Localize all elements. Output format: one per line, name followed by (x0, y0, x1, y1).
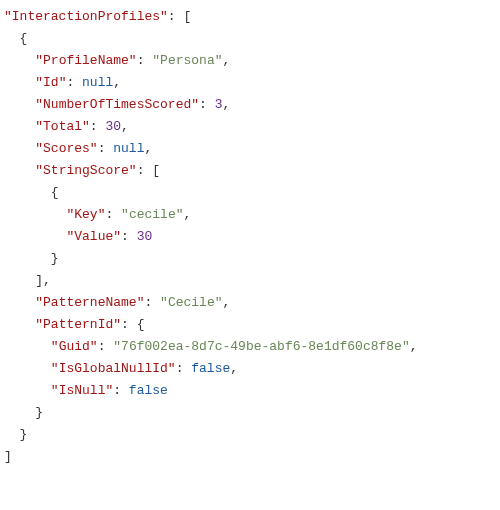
key-patternid: "PatternId" (35, 317, 121, 332)
val-id: null (82, 75, 113, 90)
key-guid: "Guid" (51, 339, 98, 354)
val-ss-key: "cecile" (121, 207, 183, 222)
key-ss-value: "Value" (66, 229, 121, 244)
key-numscored: "NumberOfTimesScored" (35, 97, 199, 112)
key-profilename: "ProfileName" (35, 53, 136, 68)
key-total: "Total" (35, 119, 90, 134)
val-patternname: "Cecile" (160, 295, 222, 310)
val-guid: "76f002ea-8d7c-49be-abf6-8e1df60c8f8e" (113, 339, 409, 354)
key-scores: "Scores" (35, 141, 97, 156)
key-globalnull: "IsGlobalNullId" (51, 361, 176, 376)
val-scores: null (113, 141, 144, 156)
val-numscored: 3 (215, 97, 223, 112)
key-root: "InteractionProfiles" (4, 9, 168, 24)
val-globalnull: false (191, 361, 230, 376)
json-code-block: "InteractionProfiles": [ { "ProfileName"… (0, 0, 500, 474)
key-isnull: "IsNull" (51, 383, 113, 398)
key-ss-key: "Key" (66, 207, 105, 222)
val-total: 30 (105, 119, 121, 134)
val-isnull: false (129, 383, 168, 398)
key-stringscore: "StringScore" (35, 163, 136, 178)
val-profilename: "Persona" (152, 53, 222, 68)
val-ss-value: 30 (137, 229, 153, 244)
key-patternname: "PatterneName" (35, 295, 144, 310)
key-id: "Id" (35, 75, 66, 90)
